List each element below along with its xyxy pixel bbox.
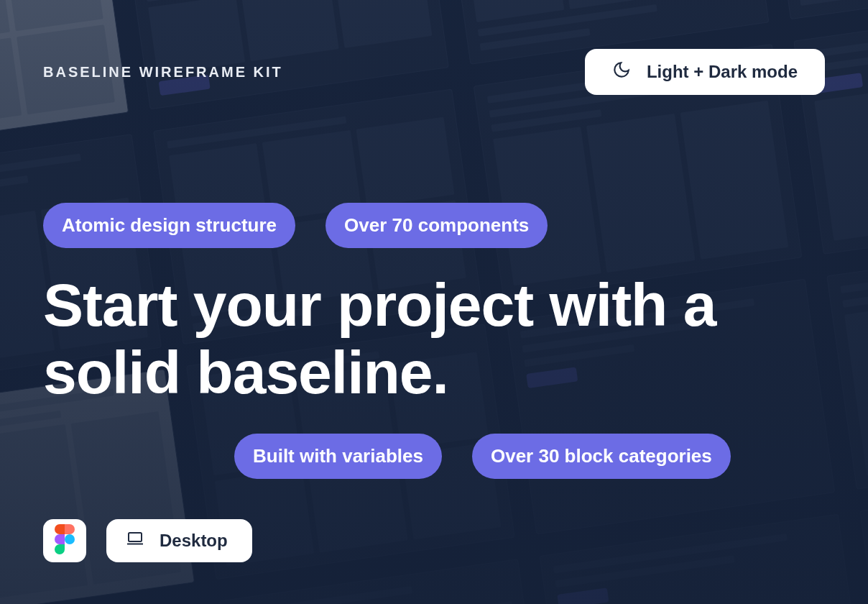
figma-logo[interactable] [43, 519, 86, 562]
moon-icon [612, 60, 631, 83]
svg-rect-0 [129, 533, 142, 541]
device-label: Desktop [160, 531, 228, 551]
badge-atomic-design: Atomic design structure [43, 203, 295, 248]
badge-components-count: Over 70 components [326, 203, 548, 248]
light-dark-mode-pill[interactable]: Light + Dark mode [585, 49, 825, 95]
top-row: BASELINE WIREFRAME KIT Light + Dark mode [43, 49, 825, 95]
mode-label: Light + Dark mode [647, 62, 798, 82]
badge-built-with-variables: Built with variables [234, 434, 442, 479]
badges-row-top: Atomic design structure Over 70 componen… [43, 203, 825, 248]
badge-block-categories: Over 30 block categories [472, 434, 731, 479]
kit-title: BASELINE WIREFRAME KIT [43, 64, 283, 81]
hero-headline: Start your project with a solid baseline… [43, 271, 825, 406]
laptop-icon [126, 531, 144, 551]
bottom-row: Desktop [43, 519, 252, 562]
hero-content: BASELINE WIREFRAME KIT Light + Dark mode… [0, 0, 868, 604]
figma-logo-icon [55, 524, 75, 557]
badges-row-bottom: Built with variables Over 30 block categ… [234, 434, 825, 479]
device-pill-desktop[interactable]: Desktop [106, 519, 252, 562]
